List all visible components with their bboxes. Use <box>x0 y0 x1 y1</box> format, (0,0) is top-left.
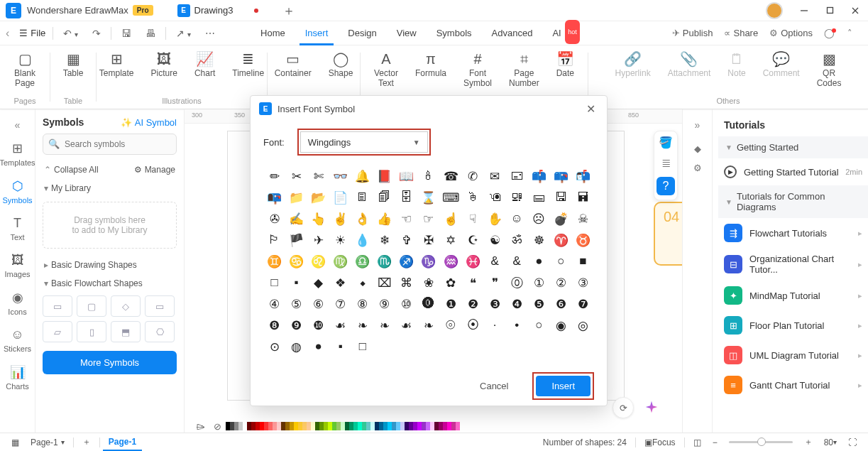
new-tab-button[interactable]: ＋ <box>282 2 295 19</box>
symbol-cell[interactable]: ⊙ <box>263 336 285 357</box>
symbol-cell[interactable]: ❝ <box>462 272 484 293</box>
symbol-cell[interactable]: ⦾ <box>440 315 462 336</box>
symbol-cell[interactable]: 🗐 <box>373 187 395 208</box>
symbol-cell[interactable]: 📕 <box>373 165 395 187</box>
tab-advanced[interactable]: Advanced <box>482 21 543 45</box>
symbol-cell[interactable]: ♊ <box>263 251 285 272</box>
symbol-cell[interactable]: ❶ <box>440 293 462 315</box>
shape-item[interactable]: ⬒ <box>111 321 141 342</box>
symbol-cell[interactable]: ❀ <box>417 272 439 293</box>
symbol-cell[interactable]: 📫 <box>528 165 550 187</box>
tutorial-orgchart[interactable]: ⊟Organizational Chart Tutor...▸ <box>718 248 868 281</box>
no-color-icon[interactable]: ⊘ <box>214 421 221 432</box>
symbol-cell[interactable]: 💣 <box>550 208 572 229</box>
symbol-cell[interactable]: ☎ <box>440 165 462 187</box>
page-number-button[interactable]: ⌗Page Number <box>500 50 548 88</box>
publish-button[interactable]: ✈Publish <box>666 28 719 38</box>
fit-view-button[interactable]: ◫ <box>688 438 707 447</box>
pages-view-button[interactable]: ▦ <box>6 438 25 447</box>
search-input[interactable] <box>43 134 177 155</box>
symbol-cell[interactable]: 🖰 <box>462 187 484 208</box>
symbol-cell[interactable]: ◎ <box>572 315 594 336</box>
redo-button[interactable]: ↷ <box>85 28 108 39</box>
export-button[interactable]: ↗ ▾ <box>169 28 198 39</box>
symbol-cell[interactable]: 💧 <box>351 229 373 251</box>
symbol-cell[interactable]: 🗏 <box>351 187 373 208</box>
symbol-cell[interactable]: 👍 <box>373 208 395 229</box>
ai-symbol-button[interactable]: ✨AI Symbol <box>121 117 177 128</box>
symbol-cell[interactable]: ☝ <box>440 208 462 229</box>
file-menu[interactable]: ☰File <box>15 28 50 38</box>
symbol-cell[interactable]: ○ <box>550 251 572 272</box>
symbol-cell[interactable]: ❄ <box>373 229 395 251</box>
symbol-cell[interactable]: ☜ <box>395 208 417 229</box>
symbol-cell[interactable]: ♏ <box>373 251 395 272</box>
tab-design[interactable]: Design <box>338 21 386 45</box>
symbol-cell[interactable]: 🕯 <box>417 165 439 187</box>
symbol-cell[interactable]: ⌧ <box>373 272 395 293</box>
symbol-cell[interactable]: ⑤ <box>285 293 307 315</box>
options-button[interactable]: ⚙Options <box>764 28 818 38</box>
section-getting-started[interactable]: ▼Getting Started <box>718 136 868 158</box>
symbol-cell[interactable]: ⓪ <box>506 272 528 293</box>
symbol-cell[interactable]: 🖃 <box>506 165 528 187</box>
symbol-cell[interactable]: 📭 <box>263 187 285 208</box>
add-page-button[interactable]: ＋ <box>77 436 97 448</box>
symbol-cell[interactable]: 🖲 <box>484 187 506 208</box>
symbol-cell[interactable]: ♍ <box>329 251 351 272</box>
symbol-cell[interactable]: ◉ <box>550 315 572 336</box>
symbol-cell[interactable]: ♈ <box>550 229 572 251</box>
symbol-cell[interactable]: ✆ <box>462 165 484 187</box>
symbol-cell[interactable]: ☀ <box>329 229 351 251</box>
eyedropper-icon[interactable]: ⌲ <box>196 421 205 432</box>
symbol-cell[interactable]: ♋ <box>285 251 307 272</box>
my-library-section[interactable]: ▾My Library <box>43 179 177 197</box>
symbol-cell[interactable]: 📄 <box>329 187 351 208</box>
symbol-cell[interactable]: 📁 <box>285 187 307 208</box>
symbol-cell[interactable]: 🖬 <box>572 187 594 208</box>
symbol-cell[interactable]: 🔔 <box>351 165 373 187</box>
more-symbols-button[interactable]: More Symbols <box>43 351 177 374</box>
symbol-cell[interactable]: ✉ <box>484 165 506 187</box>
symbol-cell[interactable]: ⬥ <box>351 272 373 293</box>
tutorial-gantt[interactable]: ≡Gantt Chart Tutorial▸ <box>718 370 868 400</box>
symbol-cell[interactable]: ♒ <box>440 251 462 272</box>
basic-flowchart-section[interactable]: ▾Basic Flowchart Shapes <box>43 274 177 293</box>
symbol-cell[interactable]: ⌘ <box>395 272 417 293</box>
symbol-cell[interactable]: ♓ <box>462 251 484 272</box>
dialog-close-button[interactable]: ✕ <box>583 99 598 119</box>
symbol-cell[interactable]: ❼ <box>572 293 594 315</box>
undo-button[interactable]: ↶ ▾ <box>56 28 85 39</box>
insert-button[interactable]: Insert <box>536 376 590 396</box>
symbol-cell[interactable]: ☙ <box>329 315 351 336</box>
tutorial-uml[interactable]: ◫UML Diagram Tutorial▸ <box>718 340 868 370</box>
zoom-in-button[interactable]: ＋ <box>798 436 818 448</box>
save-button[interactable]: 🖫 <box>114 28 138 39</box>
table-button[interactable]: ▦Table <box>55 50 92 78</box>
rightrail-fill-icon[interactable]: ◆ <box>694 143 701 154</box>
font-dropdown[interactable]: Wingdings▼ <box>300 131 428 153</box>
notifications-button[interactable]: ◯ <box>818 28 842 38</box>
rail-stickers[interactable]: ☺Stickers <box>0 322 35 359</box>
symbol-cell[interactable]: ✠ <box>417 229 439 251</box>
zoom-value[interactable]: 80 ▾ <box>818 438 842 447</box>
symbol-cell[interactable]: ✈ <box>307 229 329 251</box>
nav-back-button[interactable]: ‹ <box>0 27 15 40</box>
symbol-cell[interactable]: ♉ <box>572 229 594 251</box>
shape-item[interactable]: ◇ <box>111 295 141 317</box>
rightrail-gear-icon[interactable]: ⚙ <box>693 163 702 173</box>
symbol-cell[interactable]: 👓 <box>329 165 351 187</box>
symbol-cell[interactable]: ✏ <box>263 165 285 187</box>
symbol-cell[interactable]: ☙ <box>395 315 417 336</box>
shape-item[interactable]: ▢ <box>77 295 106 317</box>
container-button[interactable]: ▭Container <box>266 50 320 78</box>
collapse-left-rail-button[interactable]: « <box>11 115 25 135</box>
tab-ai[interactable]: AIhot <box>542 21 571 45</box>
symbol-cell[interactable]: ❧ <box>351 315 373 336</box>
symbol-cell[interactable]: 🗄 <box>395 187 417 208</box>
ai-sparkle-button[interactable] <box>641 397 662 418</box>
collapse-ribbon-button[interactable]: ˄ <box>842 28 861 38</box>
symbol-cell[interactable]: ❧ <box>417 315 439 336</box>
symbol-cell[interactable]: ☹ <box>528 208 550 229</box>
symbol-cell[interactable]: ○ <box>528 315 550 336</box>
